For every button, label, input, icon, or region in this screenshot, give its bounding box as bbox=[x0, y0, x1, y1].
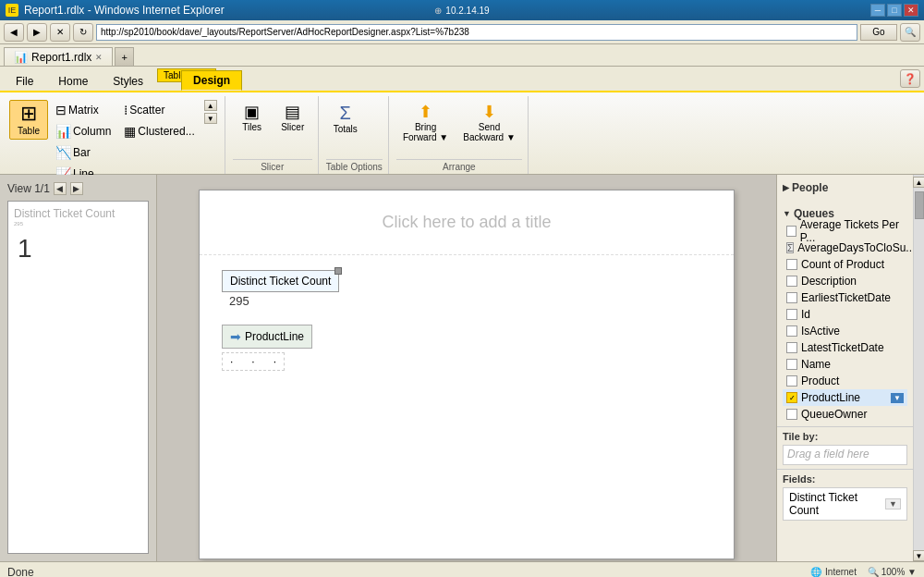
canvas-row-section[interactable]: ➡ ProductLine bbox=[222, 325, 312, 349]
preview-text: View 1/1 bbox=[7, 182, 50, 195]
field-label-latest-ticket: LatestTicketDate bbox=[801, 341, 884, 354]
slicer-button[interactable]: ▤ Slicer bbox=[274, 100, 312, 136]
canvas-field-label[interactable]: Distinct Ticket Count bbox=[222, 270, 339, 292]
bring-forward-icon: ⬆ bbox=[419, 104, 432, 120]
tile-by-label: Tile by: bbox=[783, 431, 907, 442]
status-bar-right: 🌐 Internet 🔍 100% ▼ bbox=[810, 567, 917, 577]
field-checkbox-product[interactable] bbox=[786, 375, 797, 387]
scatter-icon: ⁞ bbox=[124, 103, 128, 117]
search-button[interactable]: 🔍 bbox=[900, 23, 920, 42]
table-button[interactable]: ⊞ Table bbox=[9, 100, 48, 140]
scatter-button[interactable]: ⁞ Scatter bbox=[118, 100, 200, 120]
ribbon-tab-design[interactable]: Design bbox=[181, 70, 242, 91]
column-button[interactable]: 📊 Column bbox=[50, 121, 116, 141]
ribbon-content: ⊞ Table ⊟ Matrix 📊 Column 📉 Bar bbox=[0, 91, 924, 174]
field-item-isactive[interactable]: IsActive bbox=[783, 323, 907, 339]
field-item-name[interactable]: Name bbox=[783, 356, 907, 373]
clustered-label: Clustered... bbox=[138, 125, 194, 138]
canvas-title-placeholder[interactable]: Click here to add a title bbox=[200, 190, 734, 255]
tile-by-drop-zone[interactable]: Drag a field here bbox=[783, 445, 907, 465]
field-item-latest-ticket[interactable]: LatestTicketDate bbox=[783, 339, 907, 356]
preview-prev-button[interactable]: ◀ bbox=[54, 182, 67, 195]
field-label-queueowner: QueueOwner bbox=[801, 408, 867, 421]
new-tab-button[interactable]: + bbox=[115, 47, 133, 66]
field-checkbox-isactive[interactable] bbox=[786, 325, 797, 337]
bar-button[interactable]: 📉 Bar bbox=[50, 142, 116, 163]
tiles-button[interactable]: ▣ Tiles bbox=[233, 100, 272, 136]
field-resize-handle[interactable] bbox=[334, 267, 342, 275]
browser-tab-report[interactable]: 📊 Report1.rdlx ✕ bbox=[4, 47, 113, 66]
refresh-button[interactable]: ↻ bbox=[73, 23, 93, 42]
field-checkbox-id[interactable] bbox=[786, 309, 797, 320]
maximize-button[interactable]: □ bbox=[887, 4, 902, 17]
ribbon-tab-home[interactable]: Home bbox=[46, 71, 100, 91]
send-backward-button[interactable]: ⬇ SendBackward ▼ bbox=[456, 100, 522, 146]
minimize-button[interactable]: ─ bbox=[870, 4, 885, 17]
ribbon-tab-styles[interactable]: Styles bbox=[101, 71, 155, 91]
field-checkbox-avg-tickets[interactable] bbox=[786, 226, 796, 237]
field-checkbox-latest-ticket[interactable] bbox=[786, 342, 797, 353]
field-item-queueowner[interactable]: QueueOwner bbox=[783, 406, 907, 423]
people-header[interactable]: ▶ People bbox=[783, 178, 907, 197]
zoom-text: 🔍 100% ▼ bbox=[868, 567, 917, 577]
field-checkbox-earliest-ticket[interactable] bbox=[786, 292, 797, 303]
matrix-button[interactable]: ⊟ Matrix bbox=[50, 100, 116, 120]
fields-value-box: Distinct Ticket Count ▼ bbox=[783, 487, 907, 521]
scrollbar-up-arrow[interactable]: ▲ bbox=[913, 177, 925, 188]
close-button[interactable]: ✕ bbox=[904, 4, 918, 17]
field-item-product[interactable]: Product bbox=[783, 373, 907, 389]
status-bar: Done 🌐 Internet 🔍 100% ▼ bbox=[0, 561, 924, 577]
field-label-id: Id bbox=[801, 308, 810, 321]
field-item-description[interactable]: Description bbox=[783, 273, 907, 289]
field-item-id[interactable]: Id bbox=[783, 306, 907, 323]
preview-thumbnail[interactable]: Distinct Ticket Count 295 1 bbox=[7, 201, 149, 554]
stop-button[interactable]: ✕ bbox=[50, 23, 70, 42]
field-checkbox-name[interactable] bbox=[786, 359, 797, 370]
field-checkbox-queueowner[interactable] bbox=[786, 409, 797, 420]
field-item-avg-days[interactable]: Σ AverageDaysToCloSu... bbox=[783, 239, 907, 256]
canvas-area[interactable]: Click here to add a title Distinct Ticke… bbox=[157, 175, 776, 561]
go-button[interactable]: Go bbox=[860, 24, 897, 41]
field-item-earliest-ticket[interactable]: EarliestTicketDate bbox=[783, 289, 907, 306]
field-checkbox-description[interactable] bbox=[786, 276, 797, 287]
field-item-count-product[interactable]: Count of Product bbox=[783, 256, 907, 273]
table-options-buttons: Σ Totals bbox=[326, 96, 383, 157]
clustered-button[interactable]: ▦ Clustered... bbox=[118, 121, 200, 141]
thumb-field-text: Distinct Ticket Count 295 bbox=[14, 207, 142, 227]
ribbon-tab-file[interactable]: File bbox=[4, 71, 45, 91]
column-label: Column bbox=[73, 125, 111, 138]
scroll-down[interactable]: ▼ bbox=[204, 113, 217, 124]
preview-next-button[interactable]: ▶ bbox=[70, 182, 83, 195]
right-panel-scrollbar[interactable]: ▲ ▼ bbox=[913, 175, 924, 561]
bring-forward-button[interactable]: ⬆ BringForward ▼ bbox=[396, 100, 455, 146]
tab-close-icon[interactable]: ✕ bbox=[95, 53, 103, 62]
totals-button[interactable]: Σ Totals bbox=[326, 100, 365, 138]
field-checkbox-avg-days[interactable]: Σ bbox=[786, 242, 794, 253]
table-label: Table bbox=[18, 126, 40, 136]
report-canvas[interactable]: Click here to add a title Distinct Ticke… bbox=[199, 190, 735, 559]
fields-dropdown-arrow[interactable]: ▼ bbox=[885, 498, 901, 509]
help-button[interactable]: ❓ bbox=[900, 69, 920, 88]
people-label: People bbox=[792, 181, 828, 194]
field-label-count-product: Count of Product bbox=[801, 258, 884, 271]
address-input[interactable] bbox=[96, 24, 857, 41]
scrollbar-thumb[interactable] bbox=[915, 191, 924, 219]
scrollbar-down-arrow[interactable]: ▼ bbox=[913, 550, 925, 561]
ie-logo: ⊕ bbox=[434, 6, 442, 16]
title-bar: IE Report1.rdlx - Windows Internet Explo… bbox=[0, 0, 924, 20]
internet-zone-text: Internet bbox=[825, 567, 857, 577]
field-checkbox-productline[interactable]: ✓ bbox=[786, 392, 797, 403]
field-label-text: Distinct Ticket Count bbox=[230, 275, 331, 288]
queues-arrow-icon: ▼ bbox=[783, 209, 791, 218]
field-item-productline[interactable]: ✓ ProductLine ▼ bbox=[783, 389, 907, 406]
canvas-detail-row: · · · bbox=[222, 352, 285, 371]
forward-button[interactable]: ▶ bbox=[27, 23, 47, 42]
field-item-avg-tickets[interactable]: Average Tickets Per P... bbox=[783, 223, 907, 239]
preview-big-number: 1 bbox=[18, 234, 142, 264]
scroll-up[interactable]: ▲ bbox=[204, 100, 217, 111]
productline-dropdown-icon[interactable]: ▼ bbox=[891, 393, 904, 403]
field-checkbox-count-product[interactable] bbox=[786, 259, 797, 270]
slicer-label: Slicer bbox=[233, 159, 312, 174]
tab-icon: 📊 bbox=[14, 51, 28, 64]
back-button[interactable]: ◀ bbox=[4, 23, 24, 42]
